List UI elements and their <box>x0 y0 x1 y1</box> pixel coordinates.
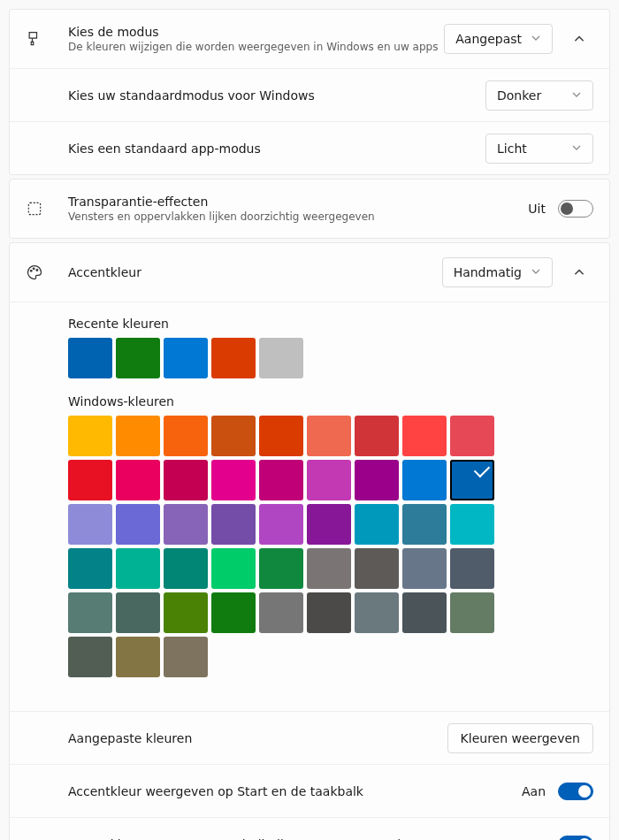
color-swatch[interactable] <box>68 460 112 500</box>
mode-subtitle: De kleuren wijzigen die worden weergegev… <box>68 41 444 53</box>
color-swatch[interactable] <box>259 504 303 545</box>
color-swatch[interactable] <box>211 504 256 545</box>
svg-point-3 <box>36 270 38 271</box>
color-swatch[interactable] <box>402 504 447 545</box>
color-swatch[interactable] <box>355 504 399 545</box>
transparency-card: Transparantie-effecten Vensters en opper… <box>9 179 610 239</box>
color-swatch[interactable] <box>211 592 256 633</box>
app-mode-select[interactable]: Licht <box>485 134 593 164</box>
color-swatch[interactable] <box>68 637 112 677</box>
windows-mode-select[interactable]: Donker <box>485 80 593 111</box>
color-swatch[interactable] <box>307 504 351 545</box>
color-swatch[interactable] <box>116 504 160 545</box>
svg-point-1 <box>30 271 32 272</box>
color-swatch[interactable] <box>211 338 256 378</box>
brush-icon <box>26 30 68 48</box>
color-swatch[interactable] <box>68 592 112 633</box>
accent-header-row[interactable]: Accentkleur Handmatig <box>10 243 609 302</box>
chevron-down-icon <box>571 88 582 103</box>
color-swatch[interactable] <box>402 460 447 500</box>
windows-colors-label: Windows-kleuren <box>68 394 593 409</box>
accent-card: Accentkleur Handmatig Recente kleuren Wi… <box>9 242 610 840</box>
accent-titlebar-row: Accentkleur weergeven op titelbalken en … <box>10 817 609 840</box>
windows-swatches <box>68 416 496 677</box>
color-swatch[interactable] <box>355 460 399 500</box>
color-swatch[interactable] <box>68 338 112 378</box>
chevron-up-icon <box>573 33 585 45</box>
color-swatch[interactable] <box>211 548 256 589</box>
transparency-status: Uit <box>528 202 546 216</box>
color-swatch[interactable] <box>259 338 303 378</box>
color-swatch[interactable] <box>259 460 303 500</box>
color-swatch[interactable] <box>259 416 303 456</box>
color-swatch[interactable] <box>355 416 399 456</box>
recent-swatches <box>68 338 593 378</box>
color-swatch[interactable] <box>450 504 494 545</box>
accent-body: Recente kleuren Windows-kleuren <box>10 302 609 711</box>
color-swatch[interactable] <box>211 416 256 456</box>
color-swatch[interactable] <box>259 548 303 589</box>
color-swatch[interactable] <box>164 504 208 545</box>
transparency-icon <box>26 200 68 218</box>
custom-colors-title: Aangepaste kleuren <box>68 731 192 745</box>
show-colors-button[interactable]: Kleuren weergeven <box>447 723 593 753</box>
color-swatch[interactable] <box>450 460 494 500</box>
color-swatch[interactable] <box>211 460 256 500</box>
color-swatch[interactable] <box>450 548 494 589</box>
color-swatch[interactable] <box>307 548 351 589</box>
color-swatch[interactable] <box>450 592 494 633</box>
mode-select[interactable]: Aangepast <box>444 24 553 54</box>
accent-titlebar-status: Aan <box>522 837 546 841</box>
svg-point-2 <box>33 268 34 270</box>
accent-select-value: Handmatig <box>454 265 522 279</box>
color-swatch[interactable] <box>116 592 160 633</box>
windows-mode-row: Kies uw standaardmodus voor Windows Donk… <box>10 68 609 121</box>
transparency-row[interactable]: Transparantie-effecten Vensters en opper… <box>10 179 609 238</box>
accent-collapse-button[interactable] <box>565 258 593 286</box>
mode-collapse-button[interactable] <box>565 25 593 53</box>
accent-start-taskbar-row: Accentkleur weergeven op Start en de taa… <box>10 764 609 817</box>
color-swatch[interactable] <box>164 637 208 677</box>
color-swatch[interactable] <box>164 460 208 500</box>
svg-rect-0 <box>28 202 40 214</box>
custom-colors-row: Aangepaste kleuren Kleuren weergeven <box>10 711 609 764</box>
mode-select-value: Aangepast <box>455 32 522 46</box>
accent-titlebar-toggle[interactable] <box>558 836 593 841</box>
color-swatch[interactable] <box>68 416 112 456</box>
color-swatch[interactable] <box>68 548 112 589</box>
chevron-down-icon <box>531 265 541 279</box>
accent-start-taskbar-title: Accentkleur weergeven op Start en de taa… <box>68 784 363 798</box>
transparency-toggle[interactable] <box>558 200 593 218</box>
color-swatch[interactable] <box>450 416 494 456</box>
accent-start-taskbar-toggle[interactable] <box>558 783 593 800</box>
mode-header-row[interactable]: Kies de modus De kleuren wijzigen die wo… <box>10 10 609 68</box>
color-swatch[interactable] <box>355 592 399 633</box>
color-swatch[interactable] <box>164 592 208 633</box>
color-swatch[interactable] <box>116 548 160 589</box>
color-swatch[interactable] <box>116 416 160 456</box>
color-swatch[interactable] <box>68 504 112 545</box>
transparency-title: Transparantie-effecten <box>68 195 528 209</box>
color-swatch[interactable] <box>116 338 160 378</box>
color-swatch[interactable] <box>402 592 447 633</box>
accent-title: Accentkleur <box>68 265 442 279</box>
color-swatch[interactable] <box>259 592 303 633</box>
color-swatch[interactable] <box>164 416 208 456</box>
color-swatch[interactable] <box>355 548 399 589</box>
color-swatch[interactable] <box>402 548 447 589</box>
color-swatch[interactable] <box>307 460 351 500</box>
color-swatch[interactable] <box>116 637 160 677</box>
chevron-down-icon <box>571 141 582 156</box>
color-swatch[interactable] <box>164 338 208 378</box>
color-swatch[interactable] <box>116 460 160 500</box>
app-mode-label: Kies een standaard app-modus <box>68 141 261 156</box>
color-swatch[interactable] <box>164 548 208 589</box>
transparency-subtitle: Vensters en oppervlakken lijken doorzich… <box>68 210 528 223</box>
mode-card: Kies de modus De kleuren wijzigen die wo… <box>9 9 610 175</box>
show-colors-label: Kleuren weergeven <box>461 731 580 745</box>
color-swatch[interactable] <box>307 592 351 633</box>
color-swatch[interactable] <box>402 416 447 456</box>
color-swatch[interactable] <box>307 416 351 456</box>
accent-select[interactable]: Handmatig <box>442 257 553 287</box>
palette-icon <box>26 263 68 281</box>
